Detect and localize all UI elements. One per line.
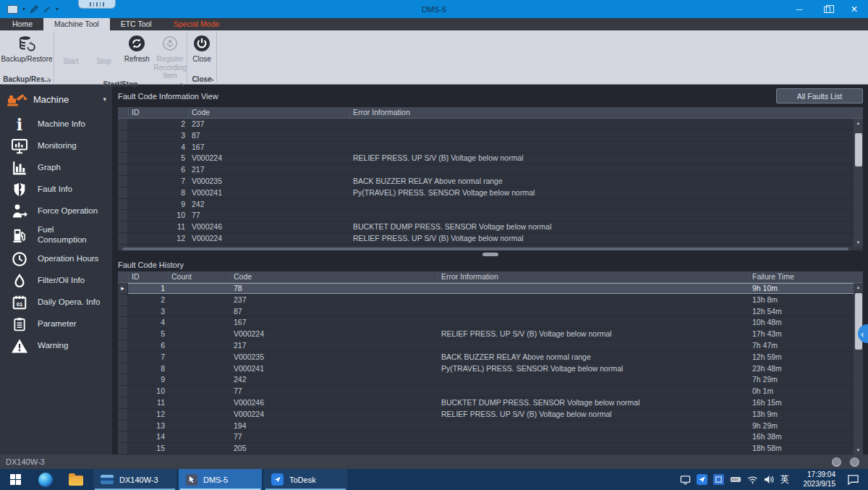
- scroll-up-icon[interactable]: ▲: [854, 119, 863, 127]
- column-header-error[interactable]: Error Information: [349, 107, 863, 118]
- table-row[interactable]: 7 V000235 BACK BUZZER RELAY Above normal…: [118, 176, 863, 187]
- column-header-error[interactable]: Error Information: [438, 271, 749, 282]
- table-row[interactable]: 7 V000235 BACK BUZZER RELAY Above normal…: [118, 352, 863, 363]
- table-row[interactable]: 6 217: [118, 164, 863, 176]
- table-row[interactable]: 5 V000224 RELIEF PRESS. UP S/V (B) Volta…: [118, 153, 863, 164]
- table-row[interactable]: 5 V000224 RELIEF PRESS. UP S/V (B) Volta…: [118, 329, 863, 340]
- scrollbar-thumb[interactable]: [855, 133, 862, 166]
- all-faults-list-button[interactable]: All Faults List: [776, 88, 863, 104]
- close-button[interactable]: ×: [841, 0, 868, 18]
- table-row[interactable]: 12 V000224 RELIEF PRESS. UP S/V (B) Volt…: [118, 409, 863, 421]
- file-explorer-button[interactable]: [61, 469, 91, 490]
- scrollbar-thumb[interactable]: [122, 248, 848, 250]
- dialog-launcher-icon[interactable]: ↘: [209, 76, 214, 83]
- register-recording-item-button[interactable]: Register Recording Item: [153, 30, 187, 80]
- fault-view-horizontal-scrollbar[interactable]: [118, 247, 863, 250]
- machine-name-status: DX140W-3: [6, 457, 45, 466]
- table-row[interactable]: 8 V000241 Py(TRAVEL) PRESS. SENSOR Volta…: [118, 363, 863, 375]
- start-button[interactable]: [0, 469, 30, 490]
- table-row[interactable]: 15 205 18h 58m: [118, 443, 863, 455]
- table-row[interactable]: ▸ 1 78 9h 10m: [118, 283, 863, 295]
- table-row[interactable]: 2 237: [118, 119, 863, 130]
- sidebar-item-operation-hours[interactable]: Operation Hours: [0, 248, 112, 270]
- row-header-cell: [118, 130, 128, 141]
- scroll-down-icon[interactable]: ▼: [854, 446, 863, 455]
- sidebar-item-parameter[interactable]: Parameter: [0, 313, 112, 335]
- sidebar-item-filter-oil-info[interactable]: Filter/Oil Info: [0, 270, 112, 292]
- tab-machine-tool[interactable]: Machine Tool: [43, 18, 110, 30]
- app-tray-icon[interactable]: [713, 474, 724, 485]
- cell-count: [168, 352, 230, 363]
- sidebar-item-monitoring[interactable]: Monitoring: [0, 135, 112, 157]
- cell-code: V000224: [188, 153, 349, 164]
- column-header-failure-time[interactable]: Failure Time: [749, 271, 863, 282]
- clock-icon: [9, 251, 30, 267]
- minimize-button[interactable]: ─: [786, 0, 813, 18]
- sidebar-item-fault-info[interactable]: Fault Info: [0, 179, 112, 200]
- table-row[interactable]: 3 87 12h 54m: [118, 306, 863, 318]
- sidebar-item-daily-operation-info[interactable]: 01 Daily Opera. Info: [0, 292, 112, 313]
- todesk-tray-icon[interactable]: [697, 474, 707, 485]
- sidebar-item-force-operation[interactable]: Force Operation: [0, 200, 112, 222]
- stop-button[interactable]: Stop: [88, 30, 121, 80]
- column-header-id[interactable]: ID: [128, 107, 188, 118]
- column-header-code[interactable]: Code: [230, 271, 438, 282]
- column-header-code[interactable]: Code: [188, 107, 349, 118]
- fault-history-vertical-scrollbar[interactable]: ▲ ▼: [854, 283, 863, 455]
- sidebar-item-fuel-consumption[interactable]: Fuel Consumption: [0, 222, 112, 248]
- table-row[interactable]: 9 242: [118, 199, 863, 211]
- tab-special-mode[interactable]: Special Mode: [163, 18, 231, 30]
- table-row[interactable]: 6 217 7h 47m: [118, 340, 863, 352]
- dialog-launcher-icon[interactable]: ↘: [179, 81, 184, 88]
- table-row[interactable]: 14 77 16h 38m: [118, 431, 863, 443]
- start-button[interactable]: Start: [54, 30, 88, 80]
- table-row[interactable]: 2 237 13h 8m: [118, 295, 863, 306]
- task-dms-5[interactable]: DMS-5: [179, 469, 262, 490]
- table-row[interactable]: 4 167 10h 48m: [118, 317, 863, 329]
- column-header-count[interactable]: Count: [168, 271, 230, 282]
- task-dx140w-3[interactable]: DX140W-3: [93, 469, 176, 490]
- column-header-id[interactable]: ID: [128, 271, 168, 282]
- table-row[interactable]: 3 87: [118, 130, 863, 142]
- table-row[interactable]: 10 77: [118, 210, 863, 221]
- display-tray-icon[interactable]: [680, 475, 691, 485]
- table-row[interactable]: 11 V000246 BUCKTET DUMP PRESS. SENSOR Vo…: [118, 397, 863, 409]
- table-row[interactable]: 9 242 7h 29m: [118, 374, 863, 386]
- scroll-down-icon[interactable]: ▼: [854, 238, 863, 247]
- machine-selector[interactable]: Machine ▾: [0, 85, 112, 114]
- notification-center-icon[interactable]: [847, 474, 859, 485]
- sidebar-item-warning[interactable]: Warning: [0, 335, 112, 357]
- backup-restore-button[interactable]: Backup/Restore: [0, 30, 54, 74]
- taskbar-clock[interactable]: 17:39:04 2023/9/15: [795, 470, 835, 489]
- scroll-up-icon[interactable]: ▲: [854, 283, 863, 292]
- panel-splitter[interactable]: [118, 250, 863, 258]
- tab-home[interactable]: Home: [1, 18, 43, 30]
- table-row[interactable]: 12 V000224 RELIEF PRESS. UP S/V (B) Volt…: [118, 233, 863, 245]
- close-tool-button[interactable]: Close: [187, 30, 216, 74]
- ime-language-indicator[interactable]: 英: [780, 473, 789, 486]
- volume-icon[interactable]: [764, 475, 775, 484]
- fault-view-vertical-scrollbar[interactable]: ▲ ▼: [854, 119, 863, 247]
- dialog-launcher-icon[interactable]: ↘: [46, 76, 51, 83]
- scrollbar-thumb[interactable]: [855, 293, 862, 350]
- device-tray-icon[interactable]: [730, 476, 741, 483]
- calendar-icon: 01: [9, 295, 30, 311]
- table-row[interactable]: 11 V000246 BUCKTET DUMP PRESS. SENSOR Vo…: [118, 221, 863, 233]
- fault-history-title: Fault Code History: [118, 261, 184, 269]
- task-todesk[interactable]: ToDesk: [264, 469, 347, 490]
- table-row[interactable]: 13 194 9h 29m: [118, 421, 863, 432]
- refresh-button[interactable]: Refresh: [121, 30, 154, 80]
- restore-button[interactable]: [813, 0, 841, 18]
- table-row[interactable]: 4 167: [118, 142, 863, 153]
- ribbon-group-label-close: Close ↘: [187, 74, 216, 84]
- table-row[interactable]: 8 V000241 Py(TRAVEL) PRESS. SENSOR Volta…: [118, 187, 863, 199]
- row-marker-cell: [118, 374, 128, 385]
- table-row[interactable]: 10 77 0h 1m: [118, 386, 863, 397]
- row-marker-cell: [118, 352, 128, 363]
- tab-etc-tool[interactable]: ETC Tool: [110, 18, 163, 30]
- edge-browser-button[interactable]: [30, 469, 61, 490]
- cell-error: [349, 130, 863, 141]
- sidebar-item-machine-info[interactable]: i Machine Info: [0, 114, 112, 135]
- wifi-icon[interactable]: [747, 476, 758, 484]
- sidebar-item-graph[interactable]: Graph: [0, 157, 112, 179]
